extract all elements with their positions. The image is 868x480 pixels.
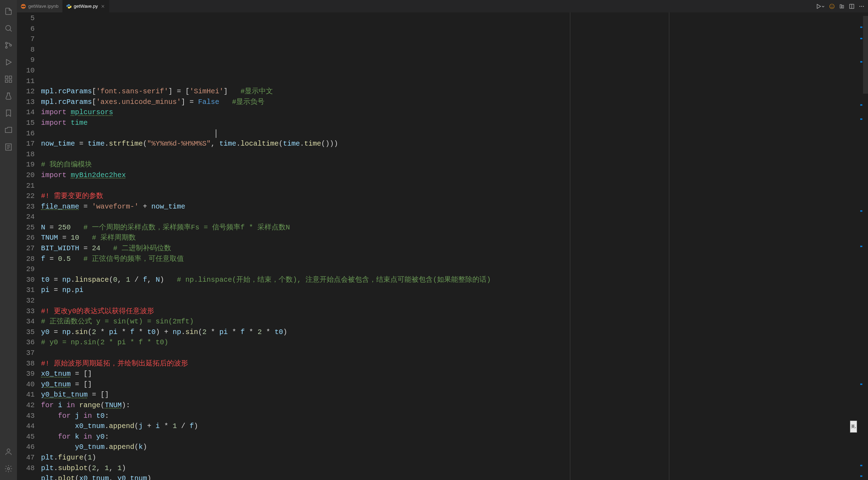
extensions-icon[interactable] bbox=[0, 71, 17, 88]
close-icon[interactable] bbox=[100, 4, 106, 9]
svg-point-15 bbox=[831, 5, 832, 6]
code-line[interactable] bbox=[41, 128, 858, 139]
svg-point-10 bbox=[7, 468, 10, 470]
svg-point-3 bbox=[10, 45, 12, 46]
editor[interactable]: 5678910111213141516171819202122232425262… bbox=[17, 12, 868, 480]
code-line[interactable]: # 正弦函数公式 y = sin(wt) = sin(2πft) bbox=[41, 316, 858, 327]
svg-rect-4 bbox=[5, 76, 8, 78]
editor-actions bbox=[816, 0, 868, 12]
code-line[interactable]: plt.figure(1) bbox=[41, 452, 858, 463]
code-line[interactable] bbox=[41, 181, 858, 191]
emoji-icon[interactable] bbox=[829, 4, 835, 9]
bookmark-icon[interactable] bbox=[0, 105, 17, 122]
svg-point-12 bbox=[22, 5, 25, 6]
code-line[interactable]: #! 需要变更的参数 bbox=[41, 191, 858, 201]
code-line[interactable]: N = 250 # 一个周期的采样点数，采样频率Fs = 信号频率f * 采样点… bbox=[41, 222, 858, 233]
code-line[interactable] bbox=[41, 295, 858, 306]
code-line[interactable]: for k in y0: bbox=[41, 432, 858, 442]
code-line[interactable]: plt.subplot(2, 1, 1) bbox=[41, 463, 858, 474]
code-line[interactable]: # 我的自编模块 bbox=[41, 159, 858, 170]
code-line[interactable] bbox=[41, 149, 858, 160]
split-editor-icon[interactable] bbox=[849, 4, 855, 9]
code-line[interactable]: y0 = np.sin(2 * pi * f * t0) + np.sin(2 … bbox=[41, 327, 858, 338]
run-icon[interactable] bbox=[816, 4, 825, 9]
svg-point-19 bbox=[861, 6, 862, 6]
svg-point-16 bbox=[832, 5, 833, 6]
code-line[interactable]: #! 更改y0的表达式以获得任意波形 bbox=[41, 306, 858, 317]
code-line[interactable] bbox=[41, 212, 858, 222]
scrollbar-thumb[interactable] bbox=[863, 16, 868, 94]
code-line[interactable]: y0_tnum = [] bbox=[41, 379, 858, 390]
code-line[interactable] bbox=[41, 76, 858, 87]
python-icon bbox=[66, 4, 72, 9]
svg-point-9 bbox=[7, 449, 10, 452]
code-line[interactable]: import mplcursors bbox=[41, 107, 858, 118]
svg-rect-6 bbox=[9, 80, 12, 82]
code-content[interactable]: 英, mpl.rcParams['font.sans-serif'] = ['S… bbox=[41, 12, 858, 480]
tab-bar: getWave.ipynb getWave.py bbox=[17, 0, 868, 12]
code-line[interactable]: now_time = time.strftime("%Y%m%d-%H%M%S"… bbox=[41, 139, 858, 149]
code-line[interactable]: f = 0.5 # 正弦信号的频率，可任意取值 bbox=[41, 254, 858, 264]
tab-getwave-ipynb[interactable]: getWave.ipynb bbox=[17, 0, 63, 12]
code-line[interactable]: plt.plot(x0_tnum, y0_tnum) bbox=[41, 473, 858, 480]
code-line[interactable]: # y0 = np.sin(2 * pi * f * t0) bbox=[41, 337, 858, 348]
accounts-icon[interactable] bbox=[0, 443, 17, 460]
tab-label: getWave.py bbox=[74, 4, 98, 9]
tab-getwave-py[interactable]: getWave.py bbox=[63, 0, 110, 12]
code-line[interactable]: for i in range(TNUM): bbox=[41, 400, 858, 411]
svg-point-2 bbox=[6, 47, 7, 48]
code-line[interactable]: BIT_WIDTH = 24 # 二进制补码位数 bbox=[41, 243, 858, 254]
more-icon[interactable] bbox=[859, 4, 864, 9]
search-icon[interactable] bbox=[0, 20, 17, 37]
settings-gear-icon[interactable] bbox=[0, 460, 17, 477]
code-line[interactable]: t0 = np.linspace(0, 1 / f, N) # np.linsp… bbox=[41, 275, 858, 285]
code-line[interactable]: mpl.rcParams['font.sans-serif'] = ['SimH… bbox=[41, 86, 858, 97]
tab-label: getWave.ipynb bbox=[28, 4, 59, 9]
code-line[interactable]: pi = np.pi bbox=[41, 285, 858, 295]
overview-ruler[interactable] bbox=[858, 12, 863, 480]
code-line[interactable]: import myBin2dec2hex bbox=[41, 170, 858, 181]
code-line[interactable]: #! 原始波形周期延拓，并绘制出延拓后的波形 bbox=[41, 358, 858, 369]
jupyter-icon bbox=[21, 4, 26, 9]
code-line[interactable]: import time bbox=[41, 118, 858, 128]
code-line[interactable]: x0_tnum = [] bbox=[41, 369, 858, 379]
testing-icon[interactable] bbox=[0, 88, 17, 105]
text-cursor bbox=[216, 129, 216, 138]
ruler bbox=[669, 12, 669, 480]
compare-icon[interactable] bbox=[839, 4, 845, 9]
scrollbar[interactable] bbox=[863, 12, 868, 480]
line-numbers: 5678910111213141516171819202122232425262… bbox=[17, 12, 41, 480]
svg-rect-5 bbox=[5, 80, 8, 82]
code-line[interactable]: mpl.rcParams['axes.unicode_minus'] = Fal… bbox=[41, 97, 858, 107]
code-line[interactable]: for j in t0: bbox=[41, 411, 858, 421]
code-line[interactable]: y0_tnum.append(k) bbox=[41, 442, 858, 452]
svg-point-14 bbox=[830, 4, 834, 8]
ime-indicator: 英, bbox=[850, 421, 857, 433]
code-line[interactable] bbox=[41, 348, 858, 358]
svg-rect-7 bbox=[9, 76, 12, 78]
code-line[interactable]: x0_tnum.append(j + i * 1 / f) bbox=[41, 421, 858, 432]
explorer-icon[interactable] bbox=[0, 3, 17, 20]
svg-point-13 bbox=[22, 7, 25, 8]
code-line[interactable]: y0_bit_tnum = [] bbox=[41, 390, 858, 400]
source-control-icon[interactable] bbox=[0, 37, 17, 54]
todo-icon[interactable] bbox=[0, 139, 17, 156]
run-debug-icon[interactable] bbox=[0, 54, 17, 71]
code-line[interactable] bbox=[41, 264, 858, 275]
svg-point-0 bbox=[6, 25, 11, 30]
svg-point-20 bbox=[863, 6, 864, 6]
code-line[interactable]: file_name = 'waveform-' + now_time bbox=[41, 201, 858, 212]
project-icon[interactable] bbox=[0, 122, 17, 139]
code-line[interactable]: TNUM = 10 # 采样周期数 bbox=[41, 233, 858, 243]
ruler bbox=[570, 12, 570, 480]
svg-point-18 bbox=[860, 6, 860, 6]
svg-point-1 bbox=[6, 42, 7, 44]
activity-bar bbox=[0, 0, 17, 480]
